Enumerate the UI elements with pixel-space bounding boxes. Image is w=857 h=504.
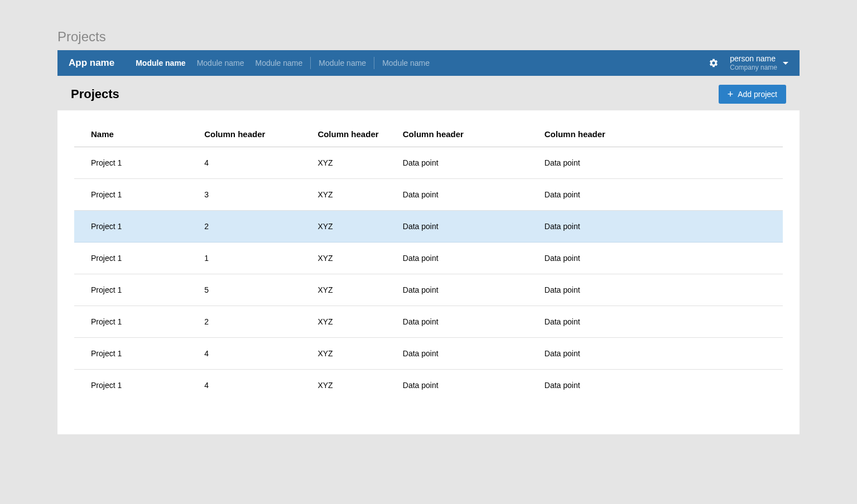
table-cell: Data point <box>386 370 528 401</box>
module-nav-item[interactable]: Module name <box>313 50 372 76</box>
table-cell: 3 <box>187 179 301 211</box>
module-nav-item[interactable]: Module name <box>249 50 308 76</box>
table-cell: 1 <box>187 243 301 274</box>
table-cell: Project 1 <box>74 147 187 179</box>
table-cell: Data point <box>528 243 783 274</box>
user-name: person name <box>730 54 777 64</box>
table-cell: Data point <box>528 338 783 370</box>
table-cell: XYZ <box>301 243 386 274</box>
page-breadcrumb-label: Projects <box>57 29 800 45</box>
table-cell: Project 1 <box>74 274 187 306</box>
table-cell: Data point <box>528 274 783 306</box>
table-cell: 2 <box>187 306 301 338</box>
table-cell: Data point <box>386 306 528 338</box>
table-cell: 2 <box>187 211 301 243</box>
column-header[interactable]: Column header <box>528 122 783 147</box>
table-cell: Data point <box>528 370 783 401</box>
page-title: Projects <box>71 87 119 101</box>
table-row[interactable]: Project 14XYZData pointData point <box>74 338 783 370</box>
table-cell: Data point <box>386 179 528 211</box>
table-row[interactable]: Project 11XYZData pointData point <box>74 243 783 274</box>
table-cell: Data point <box>386 243 528 274</box>
module-divider <box>310 57 311 69</box>
table-row[interactable]: Project 15XYZData pointData point <box>74 274 783 306</box>
plus-icon: + <box>728 89 734 99</box>
table-cell: XYZ <box>301 179 386 211</box>
table-cell: XYZ <box>301 370 386 401</box>
column-header[interactable]: Name <box>74 122 187 147</box>
table-cell: XYZ <box>301 211 386 243</box>
caret-down-icon <box>783 62 788 65</box>
table-cell: Data point <box>528 179 783 211</box>
add-button-label: Add project <box>738 90 777 99</box>
user-menu[interactable]: person name Company name <box>730 54 788 71</box>
module-nav: Module nameModule nameModule nameModule … <box>130 50 709 76</box>
table-cell: XYZ <box>301 147 386 179</box>
table-cell: Project 1 <box>74 370 187 401</box>
top-bar: App name Module nameModule nameModule na… <box>57 50 800 76</box>
table-row[interactable]: Project 14XYZData pointData point <box>74 370 783 401</box>
column-header[interactable]: Column header <box>301 122 386 147</box>
table-header-row: NameColumn headerColumn headerColumn hea… <box>74 122 783 147</box>
add-project-button[interactable]: + Add project <box>719 85 786 104</box>
module-divider <box>374 57 374 69</box>
table-cell: XYZ <box>301 306 386 338</box>
table-cell: Data point <box>386 147 528 179</box>
table-cell: Project 1 <box>74 306 187 338</box>
gear-icon[interactable] <box>709 58 719 68</box>
table-cell: 5 <box>187 274 301 306</box>
table-cell: 4 <box>187 370 301 401</box>
table-cell: 4 <box>187 338 301 370</box>
table-body: Project 14XYZData pointData pointProject… <box>74 147 783 401</box>
column-header[interactable]: Column header <box>386 122 528 147</box>
table-cell: Project 1 <box>74 338 187 370</box>
table-cell: Project 1 <box>74 243 187 274</box>
table-cell: Data point <box>386 211 528 243</box>
table-cell: Project 1 <box>74 179 187 211</box>
column-header[interactable]: Column header <box>187 122 301 147</box>
table-container: NameColumn headerColumn headerColumn hea… <box>57 110 800 434</box>
projects-table: NameColumn headerColumn headerColumn hea… <box>74 122 783 401</box>
table-cell: Data point <box>386 274 528 306</box>
table-row[interactable]: Project 13XYZData pointData point <box>74 179 783 211</box>
table-row[interactable]: Project 12XYZData pointData point <box>74 211 783 243</box>
table-cell: Data point <box>528 306 783 338</box>
table-cell: XYZ <box>301 338 386 370</box>
module-nav-item[interactable]: Module name <box>130 50 191 76</box>
table-cell: Data point <box>528 211 783 243</box>
module-nav-item[interactable]: Module name <box>377 50 435 76</box>
app-name: App name <box>69 57 114 69</box>
table-cell: Project 1 <box>74 211 187 243</box>
module-nav-item[interactable]: Module name <box>191 50 250 76</box>
table-cell: Data point <box>528 147 783 179</box>
company-name: Company name <box>730 64 777 71</box>
table-cell: XYZ <box>301 274 386 306</box>
table-cell: Data point <box>386 338 528 370</box>
table-cell: 4 <box>187 147 301 179</box>
table-row[interactable]: Project 12XYZData pointData point <box>74 306 783 338</box>
table-row[interactable]: Project 14XYZData pointData point <box>74 147 783 179</box>
